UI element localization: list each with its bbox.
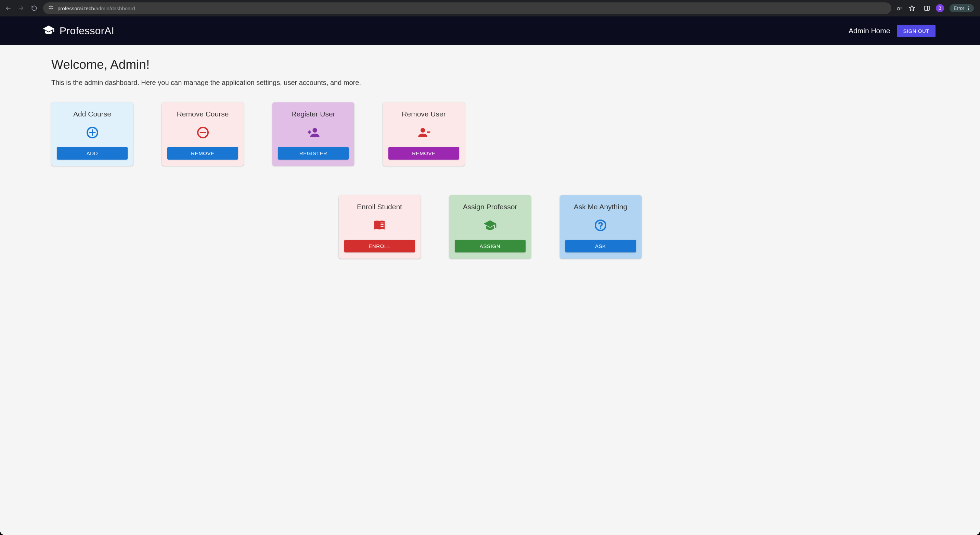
register-button[interactable]: REGISTER [278, 147, 349, 160]
brand-title: ProfessorAI [60, 25, 114, 37]
sign-out-button[interactable]: SIGN OUT [897, 25, 935, 37]
card-title: Remove Course [177, 110, 229, 118]
app-header: ProfessorAI Admin Home SIGN OUT [0, 16, 980, 45]
bookmark-star-icon[interactable] [908, 5, 915, 12]
card-title: Ask Me Anything [574, 203, 627, 211]
panel-icon[interactable] [924, 5, 931, 12]
brand[interactable]: ProfessorAI [43, 24, 114, 38]
key-icon[interactable] [896, 5, 903, 12]
svg-point-21 [420, 128, 425, 133]
browser-toolbar: professorai.tech/admin/dashboard B Error [0, 0, 980, 16]
graduation-cap-icon [483, 219, 497, 232]
enroll-button[interactable]: ENROLL [344, 240, 415, 252]
remove-user-button[interactable]: REMOVE [388, 147, 459, 160]
extension-error-pill[interactable]: Error [950, 4, 974, 12]
card-enroll-student: Enroll Student ENROLL [339, 195, 420, 259]
card-ask-me-anything: Ask Me Anything ASK [560, 195, 641, 259]
svg-point-12 [968, 9, 969, 10]
svg-point-24 [600, 227, 601, 229]
svg-rect-20 [309, 131, 310, 134]
svg-point-4 [49, 6, 51, 7]
person-remove-icon [417, 126, 431, 139]
forward-button[interactable] [17, 4, 25, 12]
card-remove-course: Remove Course REMOVE [162, 102, 243, 166]
card-add-course: Add Course ADD [51, 102, 133, 166]
card-title: Assign Professor [463, 203, 517, 211]
card-remove-user: Remove User REMOVE [383, 102, 465, 166]
reload-button[interactable] [30, 4, 38, 12]
svg-point-18 [312, 128, 317, 133]
card-title: Enroll Student [357, 203, 402, 211]
page-subtitle: This is the admin dashboard. Here you ca… [51, 79, 929, 87]
assign-button[interactable]: ASSIGN [455, 240, 526, 252]
card-title: Register User [291, 110, 335, 118]
admin-home-link[interactable]: Admin Home [849, 27, 890, 35]
app-shell: ProfessorAI Admin Home SIGN OUT Welcome,… [0, 16, 980, 535]
back-button[interactable] [4, 4, 12, 12]
url-text: professorai.tech/admin/dashboard [57, 5, 135, 11]
svg-rect-22 [427, 131, 430, 133]
svg-point-5 [51, 8, 52, 9]
remove-button[interactable]: REMOVE [167, 147, 238, 160]
card-register-user: Register User REGISTER [272, 102, 354, 166]
minus-circle-icon [196, 126, 210, 139]
page-title: Welcome, Admin! [51, 57, 929, 72]
main-content: Welcome, Admin! This is the admin dashbo… [0, 45, 980, 259]
card-title: Add Course [73, 110, 111, 118]
site-settings-icon[interactable] [48, 5, 54, 12]
plus-circle-icon [86, 126, 99, 139]
ask-button[interactable]: ASK [565, 240, 636, 252]
svg-marker-7 [909, 5, 915, 11]
book-open-icon [372, 219, 386, 232]
address-bar[interactable]: professorai.tech/admin/dashboard [43, 2, 891, 14]
person-add-icon [307, 126, 320, 139]
card-row-2: Enroll Student ENROLL Assign Professor A… [51, 195, 929, 259]
svg-rect-8 [924, 6, 929, 11]
profile-avatar[interactable]: B [936, 4, 944, 12]
svg-point-10 [968, 6, 969, 7]
graduation-cap-icon [43, 24, 55, 38]
card-title: Remove User [402, 110, 445, 118]
header-right: Admin Home SIGN OUT [849, 25, 935, 37]
browser-right-icons: B Error [896, 4, 976, 12]
card-assign-professor: Assign Professor ASSIGN [449, 195, 531, 259]
svg-point-11 [968, 8, 969, 8]
add-button[interactable]: ADD [57, 147, 127, 160]
help-circle-icon [594, 219, 608, 232]
card-row-1: Add Course ADD Remove Course REMOVE Regi… [51, 102, 929, 166]
